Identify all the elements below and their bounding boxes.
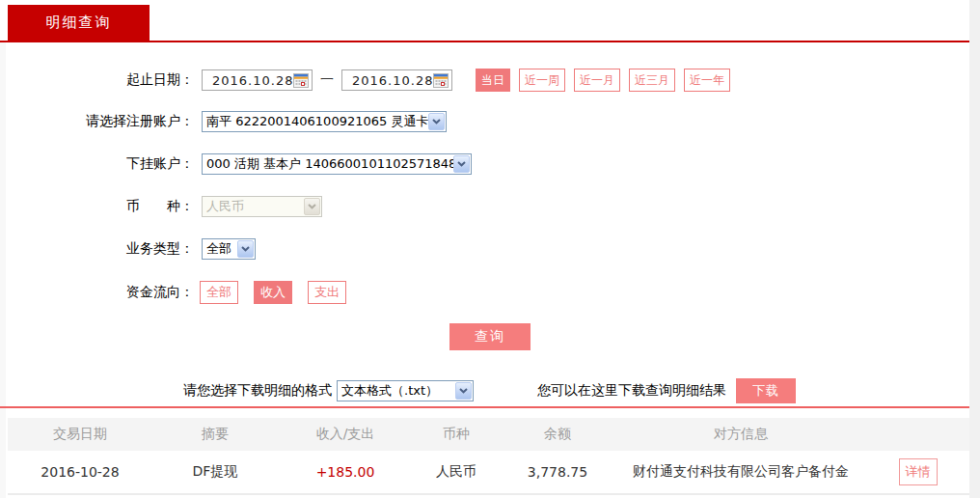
business-type-label: 业务类型： xyxy=(0,240,194,258)
flow-all-button[interactable]: 全部 xyxy=(200,281,238,304)
chevron-down-icon xyxy=(453,155,470,173)
header-balance: 余额 xyxy=(500,426,615,443)
cell-counterparty: 财付通支付科技有限公司客户备付金 xyxy=(615,463,866,481)
detail-query-page: 明细查询 起止日期： 2016.10.28 xyxy=(0,0,980,498)
currency-value: 人民币 xyxy=(203,198,304,215)
sub-account-label: 下挂账户： xyxy=(0,155,194,173)
business-type-row: 业务类型： 全部 xyxy=(0,238,969,260)
calendar-icon[interactable] xyxy=(293,73,309,88)
cell-summary: DF提现 xyxy=(152,463,278,481)
header-currency: 币种 xyxy=(413,426,500,443)
currency-select: 人民币 xyxy=(202,196,322,217)
start-date-input[interactable]: 2016.10.28 xyxy=(202,69,313,91)
chevron-down-icon xyxy=(455,382,472,400)
register-account-row: 请选择注册账户： 南平 6222001406100921065 灵通卡 xyxy=(0,111,969,132)
cell-trade-date: 2016-10-28 xyxy=(8,464,152,480)
chevron-down-icon xyxy=(428,113,445,130)
chevron-down-icon xyxy=(304,198,320,215)
query-button[interactable]: 查询 xyxy=(449,323,531,350)
cell-balance: 3,778.75 xyxy=(500,464,615,480)
header-counterparty: 对方信息 xyxy=(615,426,866,443)
range-year-button[interactable]: 近一年 xyxy=(684,69,730,92)
date-range-separator: 一 xyxy=(320,71,334,89)
header-summary: 摘要 xyxy=(152,426,278,443)
fund-flow-row: 资金流向： 全部 收入 支出 xyxy=(0,281,969,304)
business-type-value: 全部 xyxy=(203,240,237,258)
tab-bar: 明细查询 xyxy=(8,5,150,41)
end-date-value: 2016.10.28 xyxy=(352,73,433,88)
sub-account-row: 下挂账户： 000 活期 基本户 1406600101102571848 xyxy=(0,153,969,175)
range-quarter-button[interactable]: 近三月 xyxy=(629,69,675,92)
download-hint: 您可以在这里下载查询明细结果 xyxy=(537,382,726,400)
detail-button[interactable]: 详情 xyxy=(899,458,938,485)
start-date-value: 2016.10.28 xyxy=(212,73,293,88)
sub-account-value: 000 活期 基本户 1406600101102571848 xyxy=(203,155,453,173)
range-month-button[interactable]: 近一月 xyxy=(574,69,620,92)
results-table: 交易日期 摘要 收入/支出 币种 余额 对方信息 2016-10-28 DF提现… xyxy=(0,406,980,495)
calendar-icon[interactable] xyxy=(433,73,449,88)
download-format-value: 文本格式（.txt） xyxy=(338,382,455,400)
cell-currency: 人民币 xyxy=(413,463,500,481)
flow-expense-button[interactable]: 支出 xyxy=(308,281,346,304)
tab-detail-query[interactable]: 明细查询 xyxy=(8,5,150,41)
business-type-select[interactable]: 全部 xyxy=(202,238,256,260)
header-income-expense: 收入/支出 xyxy=(278,426,413,443)
range-today-button[interactable]: 当日 xyxy=(476,69,510,92)
register-account-label: 请选择注册账户： xyxy=(0,113,194,130)
chevron-down-icon xyxy=(237,240,254,258)
sub-account-select[interactable]: 000 活期 基本户 1406600101102571848 xyxy=(202,153,472,175)
date-range-label: 起止日期： xyxy=(0,71,194,89)
cell-amount: +185.00 xyxy=(278,464,413,480)
fund-flow-label: 资金流向： xyxy=(0,284,194,301)
end-date-input[interactable]: 2016.10.28 xyxy=(341,69,452,91)
currency-label: 币 种： xyxy=(0,198,194,215)
register-account-value: 南平 6222001406100921065 灵通卡 xyxy=(203,113,428,130)
register-account-select[interactable]: 南平 6222001406100921065 灵通卡 xyxy=(202,111,447,132)
flow-income-button[interactable]: 收入 xyxy=(254,281,292,304)
download-button[interactable]: 下载 xyxy=(736,378,796,403)
download-format-label: 请您选择下载明细的格式 xyxy=(183,382,332,400)
query-form: 起止日期： 2016.10.28 一 xyxy=(0,42,969,403)
download-format-select[interactable]: 文本格式（.txt） xyxy=(337,380,474,401)
date-range-row: 起止日期： 2016.10.28 一 xyxy=(0,69,969,92)
cell-action: 详情 xyxy=(866,458,969,485)
currency-row: 币 种： 人民币 xyxy=(0,196,969,217)
table-top-line xyxy=(0,406,969,408)
header-trade-date: 交易日期 xyxy=(8,426,152,443)
download-row: 请您选择下载明细的格式 文本格式（.txt） 您可以在这里下载查询明细结果 下载 xyxy=(0,378,969,403)
range-week-button[interactable]: 近一周 xyxy=(519,69,565,92)
table-row: 2016-10-28 DF提现 +185.00 人民币 3,778.75 财付通… xyxy=(8,451,969,495)
table-header-row: 交易日期 摘要 收入/支出 币种 余额 对方信息 xyxy=(8,418,969,451)
